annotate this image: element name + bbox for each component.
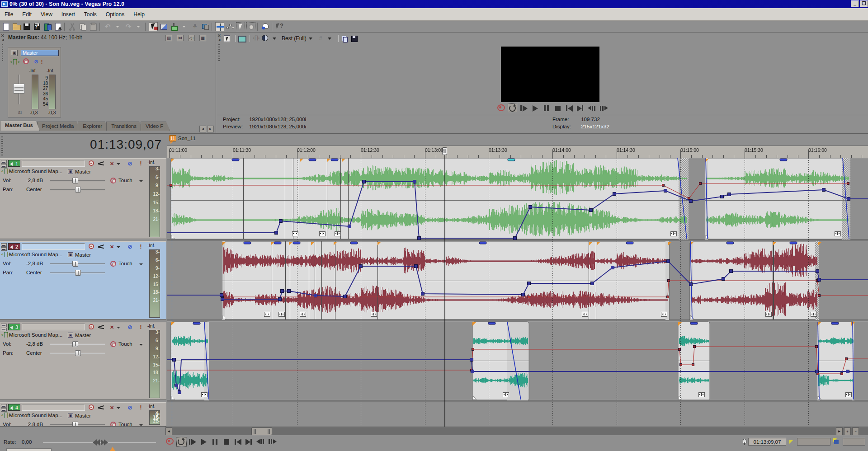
- menu-item[interactable]: Options: [101, 10, 129, 19]
- cut-icon[interactable]: [68, 22, 77, 31]
- step-back-button[interactable]: [587, 104, 596, 112]
- pan-value[interactable]: Center: [26, 187, 42, 192]
- master-fader-handle[interactable]: [13, 84, 25, 94]
- scroll-thumb[interactable]: [251, 428, 272, 435]
- bus-button[interactable]: ▣: [68, 252, 73, 257]
- minimize-track-button[interactable]: [1, 324, 7, 327]
- pan-value[interactable]: Center: [26, 350, 42, 356]
- solo-icon[interactable]: ⊘: [127, 244, 133, 250]
- preview-quality-label[interactable]: Best (Full): [282, 35, 307, 42]
- tool-caret-icon[interactable]: [180, 22, 189, 31]
- restore-track-button[interactable]: [1, 328, 7, 331]
- go-to-end-button[interactable]: [576, 104, 585, 112]
- track-device[interactable]: Microsoft Sound Map...: [9, 169, 62, 174]
- automation-mode[interactable]: Touch: [118, 422, 132, 427]
- lock-envelopes-icon[interactable]: [201, 22, 210, 31]
- gear-icon[interactable]: [23, 58, 32, 65]
- automation-mode[interactable]: Touch: [118, 261, 132, 266]
- automation-mode[interactable]: Touch: [118, 178, 132, 183]
- narrow-meter-icon[interactable]: ⋈: [177, 35, 184, 41]
- track-header-4[interactable]: 4 ✕ ⊘ ! ∘⎡⎤∘ Microsoft Sound Map... ▣ Ma…: [0, 402, 166, 427]
- bus-button[interactable]: ▣: [68, 169, 73, 174]
- arm-record-icon[interactable]: [88, 244, 94, 250]
- zoom-in-button[interactable]: ＋: [844, 428, 851, 435]
- mixer-grid-icon[interactable]: ▦: [199, 35, 206, 41]
- selection-box-tool-icon[interactable]: [236, 22, 245, 31]
- stop-button[interactable]: [222, 437, 231, 446]
- external-monitor-icon[interactable]: [238, 35, 245, 42]
- vol-handle[interactable]: [72, 341, 78, 347]
- alert-icon[interactable]: !: [41, 59, 43, 65]
- automation-caret-icon[interactable]: [138, 261, 145, 267]
- arm-record-icon[interactable]: [88, 404, 94, 411]
- normal-edit-tool-icon[interactable]: [149, 22, 158, 31]
- go-to-start-button[interactable]: [565, 104, 573, 112]
- minimize-button[interactable]: _: [851, 0, 859, 7]
- menu-item[interactable]: Help: [129, 10, 149, 19]
- automation-caret-icon[interactable]: [138, 341, 145, 348]
- properties-icon[interactable]: [53, 22, 62, 31]
- master-name-field[interactable]: Master: [21, 50, 59, 56]
- master-fx-button[interactable]: ▣: [11, 50, 18, 56]
- gear-icon[interactable]: [110, 341, 116, 347]
- gear-icon[interactable]: [110, 261, 116, 267]
- play-button[interactable]: [199, 437, 209, 446]
- gear-icon[interactable]: [110, 422, 116, 427]
- automation-caret-icon[interactable]: [138, 178, 145, 184]
- tab-project-media[interactable]: Project Media: [37, 122, 80, 131]
- solo-icon[interactable]: ⊘: [127, 404, 133, 411]
- timecode-display[interactable]: 01:13:09,07: [45, 137, 162, 152]
- network-icon[interactable]: ⚘: [190, 22, 199, 31]
- track-number[interactable]: 4: [8, 404, 20, 411]
- menu-item[interactable]: Insert: [57, 10, 80, 19]
- mute-caret-icon[interactable]: [116, 244, 123, 250]
- preview-quality-icon[interactable]: [262, 35, 268, 41]
- tab-explorer[interactable]: Explorer: [78, 122, 109, 131]
- restore-track-button[interactable]: [1, 408, 7, 412]
- mute-icon[interactable]: ✕: [108, 324, 115, 330]
- save-as-icon[interactable]: ?: [33, 22, 42, 31]
- loop-button[interactable]: [508, 104, 517, 112]
- redo-icon[interactable]: ↷: [124, 22, 133, 31]
- pan-handle[interactable]: [75, 187, 81, 193]
- save-icon[interactable]: [22, 22, 31, 31]
- tab-video-f[interactable]: Video F: [141, 122, 170, 131]
- marker-tool-icon[interactable]: [833, 438, 840, 445]
- mute-icon[interactable]: ✕: [108, 404, 115, 411]
- track-name-field[interactable]: [22, 243, 85, 250]
- menu-item[interactable]: Tools: [80, 10, 101, 19]
- timeline-canvas[interactable]: [167, 146, 868, 427]
- vol-value[interactable]: -2.8 dB: [26, 422, 43, 427]
- tab-scroll-left[interactable]: ◄: [199, 126, 206, 132]
- bus-button[interactable]: ▣: [68, 333, 73, 338]
- new-project-icon[interactable]: [1, 22, 10, 31]
- video-fx-icon[interactable]: [252, 35, 260, 42]
- scroll-right-button[interactable]: ►: [836, 428, 843, 435]
- step-forward-button[interactable]: [267, 437, 277, 446]
- paste-icon[interactable]: [89, 22, 98, 31]
- paint-tool-icon[interactable]: [261, 22, 270, 31]
- title-bar[interactable]: 0% (30 of 30) - Son Nu.veg - Vegas Pro 1…: [0, 0, 868, 8]
- bus-button[interactable]: ▣: [68, 413, 73, 418]
- open-icon[interactable]: [12, 22, 21, 31]
- selection-length-box[interactable]: [797, 438, 830, 446]
- zoom-out-button[interactable]: －: [852, 428, 859, 435]
- minimize-track-button[interactable]: [1, 160, 7, 164]
- automation-mode[interactable]: Touch: [118, 341, 132, 347]
- pause-button[interactable]: [211, 437, 220, 446]
- phase-icon[interactable]: !: [137, 160, 144, 167]
- extra-box[interactable]: [843, 438, 865, 446]
- arm-record-icon[interactable]: [88, 324, 94, 330]
- restore-track-button[interactable]: [1, 164, 7, 168]
- vol-value[interactable]: -2,8 dB: [26, 341, 43, 347]
- close-icon[interactable]: ✕: [217, 33, 221, 38]
- waveform-edit-tool-icon[interactable]: [215, 22, 224, 31]
- track-name-field[interactable]: [22, 324, 85, 330]
- restore-button[interactable]: ❐: [860, 0, 868, 7]
- go-to-start-button[interactable]: [233, 437, 243, 446]
- mute-caret-icon[interactable]: [116, 324, 123, 330]
- tab-master-bus[interactable]: Master Bus: [0, 121, 40, 131]
- track-device[interactable]: Microsoft Sound Map...: [9, 252, 62, 257]
- copy-icon[interactable]: [78, 22, 87, 31]
- track-number[interactable]: 2: [8, 243, 20, 250]
